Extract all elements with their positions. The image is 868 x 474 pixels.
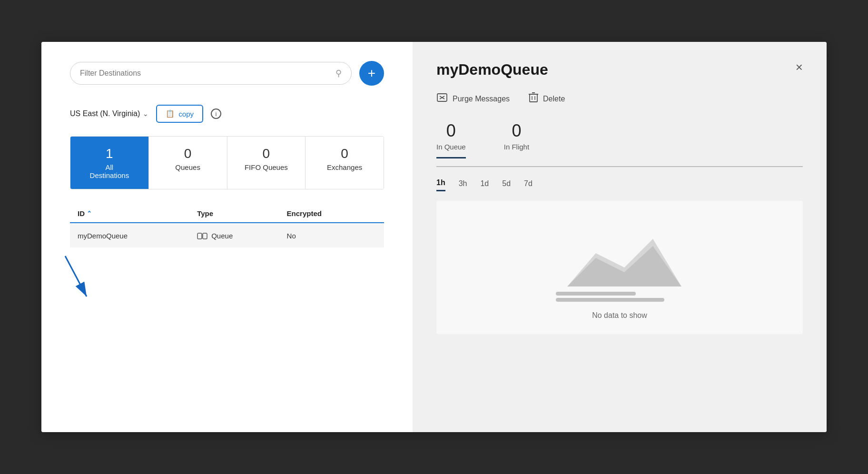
info-label: i: [216, 110, 217, 118]
stat-number-1: 0: [157, 146, 219, 161]
stat-tab-exchanges[interactable]: 0 Exchanges: [306, 137, 384, 189]
queue-stat-in-flight[interactable]: 0 In Flight: [504, 121, 529, 158]
search-input[interactable]: [80, 69, 335, 78]
svg-rect-7: [530, 94, 537, 102]
col-header-encrypted[interactable]: Encrypted: [287, 209, 376, 217]
row-id-value: myDemoQueue: [78, 232, 128, 240]
col-type-label: Type: [197, 209, 213, 217]
search-row: ⚲ +: [70, 61, 384, 86]
cell-encrypted: No: [287, 232, 376, 240]
in-flight-number: 0: [504, 121, 529, 141]
stat-number-3: 0: [313, 146, 376, 161]
search-icon: ⚲: [335, 68, 342, 79]
info-icon[interactable]: i: [211, 109, 221, 119]
in-queue-label: In Queue: [436, 143, 466, 151]
chart-svg: [539, 220, 700, 306]
chart-area: No data to show: [436, 201, 803, 334]
stats-tabs: 1 AllDestinations 0 Queues 0 FIFO Queues…: [70, 136, 384, 189]
chevron-down-icon: ⌄: [143, 110, 148, 118]
delete-button[interactable]: Delete: [529, 92, 565, 106]
copy-button[interactable]: 📋 copy: [156, 105, 203, 123]
row-encrypted-value: No: [287, 232, 296, 240]
svg-rect-2: [197, 233, 202, 239]
col-header-id[interactable]: ID ⌃: [78, 209, 197, 217]
stat-tab-all-destinations[interactable]: 1 AllDestinations: [70, 137, 149, 189]
add-button[interactable]: +: [359, 61, 384, 86]
no-data-label: No data to show: [592, 311, 647, 320]
action-buttons: Purge Messages Delete: [436, 92, 803, 106]
cell-type: Queue: [197, 232, 286, 240]
chart-visual: [451, 220, 789, 306]
svg-marker-13: [567, 246, 681, 286]
stat-label-1: Queues: [157, 163, 219, 171]
stat-number-2: 0: [235, 146, 298, 161]
time-tab-1d[interactable]: 1d: [480, 178, 489, 191]
col-id-label: ID: [78, 209, 85, 217]
right-panel: myDemoQueue × Purge Messages: [413, 42, 827, 432]
stat-number-0: 1: [78, 146, 141, 161]
arrow-annotation: [56, 251, 99, 308]
main-container: ⚲ + US East (N. Virginia) ⌄ 📋 copy i 1 A…: [41, 42, 827, 432]
stat-label-2: FIFO Queues: [235, 163, 298, 171]
purge-icon: [436, 92, 448, 105]
time-tab-7d[interactable]: 7d: [524, 178, 533, 191]
queue-stat-in-queue[interactable]: 0 In Queue: [436, 121, 466, 158]
time-tab-1h[interactable]: 1h: [436, 178, 445, 191]
copy-label: copy: [178, 110, 194, 118]
purge-messages-button[interactable]: Purge Messages: [436, 92, 510, 106]
svg-line-1: [65, 256, 87, 296]
table-row[interactable]: myDemoQueue Queue No: [70, 224, 384, 247]
in-flight-label: In Flight: [504, 143, 529, 151]
stat-tab-queues[interactable]: 0 Queues: [149, 137, 227, 189]
region-row: US East (N. Virginia) ⌄ 📋 copy i: [70, 105, 384, 123]
table-header: ID ⌃ Type Encrypted: [70, 205, 384, 223]
close-button[interactable]: ×: [796, 61, 803, 73]
queue-type-icon: [197, 232, 207, 240]
queue-stats: 0 In Queue 0 In Flight: [436, 121, 803, 167]
region-selector[interactable]: US East (N. Virginia) ⌄: [70, 109, 148, 118]
stat-tab-fifo-queues[interactable]: 0 FIFO Queues: [227, 137, 306, 189]
left-panel: ⚲ + US East (N. Virginia) ⌄ 📋 copy i 1 A…: [41, 42, 413, 432]
in-queue-number: 0: [436, 121, 466, 141]
sort-asc-icon: ⌃: [87, 210, 92, 217]
region-label: US East (N. Virginia): [70, 109, 140, 118]
copy-icon: 📋: [166, 109, 175, 118]
panel-title: myDemoQueue: [436, 61, 548, 79]
stat-label-3: Exchanges: [313, 163, 376, 171]
panel-header: myDemoQueue ×: [436, 61, 803, 79]
col-header-type[interactable]: Type: [197, 209, 286, 217]
time-tab-3h[interactable]: 3h: [459, 178, 467, 191]
purge-messages-label: Purge Messages: [453, 95, 510, 103]
time-tab-5d[interactable]: 5d: [502, 178, 511, 191]
col-encrypted-label: Encrypted: [287, 209, 322, 217]
time-tabs: 1h 3h 1d 5d 7d: [436, 178, 803, 191]
delete-icon: [529, 92, 538, 106]
cell-id: myDemoQueue: [78, 232, 197, 240]
row-type-value: Queue: [211, 232, 233, 240]
stat-label-0: AllDestinations: [78, 163, 141, 179]
search-box[interactable]: ⚲: [70, 62, 352, 85]
delete-label: Delete: [543, 95, 565, 103]
svg-rect-3: [203, 233, 207, 239]
